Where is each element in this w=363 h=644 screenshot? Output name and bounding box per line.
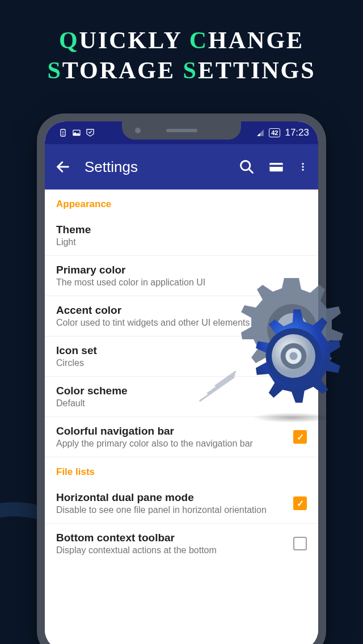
checkbox[interactable] (293, 496, 307, 510)
card-button[interactable] (268, 159, 284, 175)
gear-graphic (207, 272, 354, 420)
clock: 17:23 (285, 127, 309, 138)
setting-colorful-navbar[interactable]: Colorful navigation bar Apply the primar… (45, 417, 318, 457)
phone-notch (122, 121, 241, 140)
speed-lines (196, 374, 252, 409)
back-button[interactable] (55, 159, 71, 175)
section-header-appearance: Appearance (45, 190, 318, 216)
app-bar: Settings (45, 144, 318, 190)
setting-title: Colorful navigation bar (56, 425, 293, 437)
setting-theme[interactable]: Theme Light (45, 216, 318, 256)
sim-alert-icon (58, 128, 67, 137)
overflow-menu-button[interactable] (298, 159, 308, 175)
image-icon (72, 128, 81, 137)
checkbox[interactable] (293, 537, 307, 550)
setting-dual-pane[interactable]: Horizontal dual pane mode Disable to see… (45, 483, 318, 524)
checkbox[interactable] (293, 430, 307, 444)
svg-point-2 (63, 134, 64, 134)
check-icon (86, 128, 95, 137)
svg-point-10 (302, 166, 303, 167)
svg-rect-7 (269, 163, 282, 171)
search-button[interactable] (239, 159, 255, 175)
setting-title: Horizontal dual pane mode (56, 491, 293, 504)
page-title: Settings (85, 158, 225, 176)
svg-line-6 (249, 169, 253, 173)
signal-icon (256, 128, 264, 137)
svg-point-18 (290, 352, 298, 360)
svg-point-11 (302, 169, 303, 171)
setting-bottom-toolbar[interactable]: Bottom context toolbar Display contextua… (45, 524, 318, 563)
setting-title: Bottom context toolbar (56, 532, 293, 544)
setting-subtitle: Disable to see one file panel in horizon… (56, 505, 293, 515)
setting-subtitle: Light (56, 237, 307, 247)
section-header-filelists: File lists (45, 457, 318, 483)
promo-headline: QUICKLY CHANGE STORAGE SETTINGS (0, 0, 363, 99)
svg-rect-8 (269, 165, 282, 167)
battery-indicator: 42 (269, 128, 280, 137)
setting-subtitle: Display contextual actions at the bottom (56, 545, 293, 555)
setting-subtitle: Apply the primary color also to the navi… (56, 439, 293, 449)
setting-title: Theme (56, 224, 307, 236)
gear-icon-front (244, 306, 343, 406)
svg-point-9 (302, 163, 303, 165)
